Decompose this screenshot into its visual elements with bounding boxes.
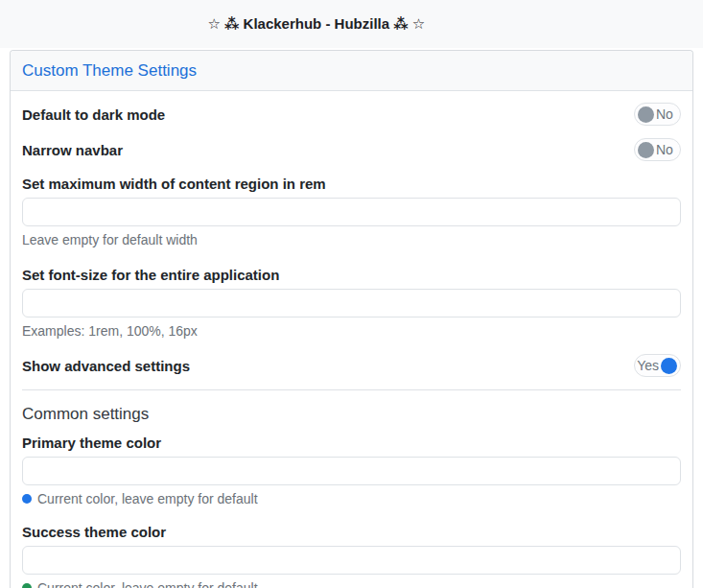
success-color-help: Current color, leave empty for default <box>22 580 681 588</box>
font-size-help: Examples: 1rem, 100%, 16px <box>22 323 681 339</box>
primary-color-help: Current color, leave empty for default <box>22 491 681 506</box>
site-title: ☆ ⁂ Klackerhub - Hubzilla ⁂ ☆ <box>207 0 425 48</box>
primary-color-input[interactable] <box>22 457 681 485</box>
success-color-label: Success theme color <box>22 524 681 540</box>
panel-header: Custom Theme Settings <box>11 51 692 91</box>
success-color-dot <box>22 583 32 588</box>
primary-color-dot <box>22 494 32 504</box>
panel-body: Default to dark mode No Narrow navbar No… <box>11 91 692 588</box>
advanced-settings-row: Show advanced settings Yes <box>22 354 681 377</box>
primary-color-label: Primary theme color <box>22 435 681 451</box>
narrow-navbar-toggle[interactable]: No <box>634 138 681 161</box>
toggle-knob <box>638 142 654 158</box>
max-width-help: Leave empty for default width <box>22 232 681 247</box>
advanced-settings-toggle[interactable]: Yes <box>634 354 681 377</box>
toggle-knob <box>638 106 654 123</box>
advanced-settings-label: Show advanced settings <box>22 358 190 374</box>
dark-mode-row: Default to dark mode No <box>22 103 681 126</box>
theme-settings-panel: Custom Theme Settings Default to dark mo… <box>10 50 693 588</box>
narrow-navbar-row: Narrow navbar No <box>22 138 681 161</box>
common-settings-heading: Common settings <box>22 404 681 425</box>
success-color-help-text: Current color, leave empty for default <box>37 580 258 588</box>
panel-title: Custom Theme Settings <box>22 59 681 82</box>
success-color-input[interactable] <box>22 546 681 575</box>
narrow-navbar-toggle-value: No <box>654 139 675 160</box>
advanced-settings-toggle-value: Yes <box>635 355 661 376</box>
toggle-knob <box>661 358 677 374</box>
max-width-label: Set maximum width of content region in r… <box>22 176 681 192</box>
dark-mode-toggle[interactable]: No <box>634 103 681 126</box>
font-size-input[interactable] <box>22 289 681 318</box>
narrow-navbar-label: Narrow navbar <box>22 142 123 158</box>
section-divider <box>22 389 681 390</box>
page: ☆ ⁂ Klackerhub - Hubzilla ⁂ ☆ Custom The… <box>0 0 703 588</box>
max-width-input[interactable] <box>22 198 681 226</box>
top-navbar: ☆ ⁂ Klackerhub - Hubzilla ⁂ ☆ <box>0 0 703 48</box>
primary-color-help-text: Current color, leave empty for default <box>37 491 258 506</box>
dark-mode-label: Default to dark mode <box>22 106 165 123</box>
dark-mode-toggle-value: No <box>654 104 675 125</box>
font-size-label: Set font-size for the entire application <box>22 267 681 283</box>
